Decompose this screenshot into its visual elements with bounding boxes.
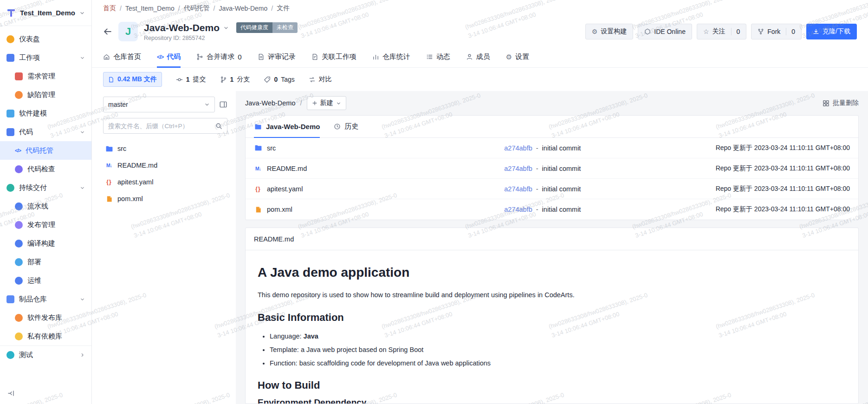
commit-message-link[interactable]: initial commit bbox=[542, 206, 581, 213]
sidebar-collapse-icon[interactable] bbox=[7, 390, 15, 397]
tab-members[interactable]: 成员 bbox=[466, 46, 490, 67]
branch-selector[interactable]: master bbox=[103, 97, 215, 112]
file-commit-cell: a274abfb - initial commit bbox=[504, 144, 708, 152]
breadcrumb-project[interactable]: Test_Item_Demo bbox=[125, 5, 175, 12]
tab-linked-workitems[interactable]: 关联工作项 bbox=[311, 46, 356, 67]
tab-history-view[interactable]: 历史 bbox=[334, 116, 358, 137]
sidebar-item-requirements[interactable]: 需求管理 bbox=[0, 67, 91, 85]
tag-label: Tags bbox=[281, 76, 295, 83]
sidebar-item-label: 持续交付 bbox=[19, 183, 47, 192]
sidebar-item-ops[interactable]: 运维 bbox=[0, 271, 91, 290]
commit-count-stat[interactable]: 1 提交 bbox=[176, 75, 206, 84]
tab-review-records[interactable]: 评审记录 bbox=[258, 46, 296, 67]
commit-hash-link[interactable]: a274abfb bbox=[504, 165, 532, 172]
tree-item-file[interactable]: {} apitest.yaml bbox=[103, 174, 227, 190]
sidebar-item-label: 私有依赖库 bbox=[27, 332, 62, 341]
sidebar-item-defects[interactable]: 缺陷管理 bbox=[0, 85, 91, 104]
back-arrow-icon[interactable] bbox=[103, 27, 112, 36]
fork-button[interactable]: Fork 0 bbox=[751, 24, 802, 39]
commit-hash-link[interactable]: a274abfb bbox=[504, 144, 532, 152]
tree-item-folder[interactable]: src bbox=[103, 140, 227, 157]
sidebar-item-deploy[interactable]: 部署 bbox=[0, 253, 91, 271]
file-name-cell[interactable]: M↓ README.md bbox=[254, 165, 504, 172]
home-icon bbox=[103, 53, 110, 60]
build-settings-button[interactable]: ⚙ 设置构建 bbox=[585, 24, 634, 39]
tab-settings[interactable]: ⚙ 设置 bbox=[506, 46, 529, 67]
tree-item-label: README.md bbox=[117, 162, 157, 169]
tag-count-stat[interactable]: 0 Tags bbox=[264, 76, 294, 83]
chevron-down-icon bbox=[80, 185, 85, 190]
chevron-right-icon bbox=[80, 352, 85, 358]
release-repo-icon bbox=[15, 314, 23, 322]
clone-download-button[interactable]: 克隆/下载 bbox=[806, 24, 857, 39]
tree-item-label: apitest.yaml bbox=[117, 178, 153, 186]
chevron-down-icon[interactable] bbox=[223, 25, 229, 31]
sidebar-item-code-check[interactable]: 代码检查 bbox=[0, 160, 91, 178]
sidebar-item-workitems[interactable]: 工作项 bbox=[0, 48, 91, 67]
breadcrumb-repo[interactable]: Java-Web-Demo bbox=[219, 5, 268, 12]
commit-hash-link[interactable]: a274abfb bbox=[504, 206, 532, 213]
file-row[interactable]: M↓ README.md a274abfb - initial commit R… bbox=[246, 158, 858, 179]
commit-hash-link[interactable]: a274abfb bbox=[504, 185, 532, 193]
file-row[interactable]: pom.xml a274abfb - initial commit Repo 更… bbox=[246, 199, 858, 220]
tab-code[interactable]: </> 代码 bbox=[157, 46, 181, 67]
commit-message-link[interactable]: initial commit bbox=[542, 144, 581, 152]
compare-action[interactable]: 对比 bbox=[309, 75, 332, 84]
tree-item-file[interactable]: pom.xml bbox=[103, 190, 227, 207]
file-name-cell[interactable]: pom.xml bbox=[254, 206, 504, 213]
tab-label: 设置 bbox=[515, 52, 529, 61]
watch-button[interactable]: ☆ 关注 0 bbox=[697, 24, 746, 39]
sidebar-item-code-hosting[interactable]: </> 代码托管 bbox=[0, 141, 91, 160]
file-updated-cell: Repo 更新于 2023-03-24 11:10:11 GMT+08:00 bbox=[716, 144, 850, 152]
sidebar-item-dashboard[interactable]: 仪表盘 bbox=[0, 30, 91, 48]
search-icon[interactable] bbox=[215, 123, 222, 130]
tab-label: 代码 bbox=[167, 52, 181, 61]
tab-activity[interactable]: 动态 bbox=[426, 46, 450, 67]
requirements-icon bbox=[15, 72, 23, 80]
readme-title: A Java demo application bbox=[258, 265, 846, 280]
fork-count[interactable]: 0 bbox=[786, 28, 795, 35]
sidebar-item-testing[interactable]: 测试 bbox=[0, 345, 91, 364]
file-search-input[interactable] bbox=[108, 123, 212, 130]
bulk-delete-button[interactable]: 批量删除 bbox=[823, 99, 859, 107]
merge-request-count: 0 bbox=[238, 53, 241, 61]
file-size-badge[interactable]: 0.42 MB 文件 bbox=[103, 72, 162, 87]
sidebar-item-cd[interactable]: 持续交付 bbox=[0, 178, 91, 197]
new-file-button[interactable]: 新建 bbox=[307, 96, 346, 110]
file-row[interactable]: {} apitest.yaml a274abfb - initial commi… bbox=[246, 179, 858, 199]
file-name-cell[interactable]: {} apitest.yaml bbox=[254, 185, 504, 193]
tab-repo-home[interactable]: 仓库首页 bbox=[103, 46, 141, 67]
readme-card: README.md A Java demo application This d… bbox=[245, 228, 859, 404]
sidebar-item-code[interactable]: 代码 bbox=[0, 123, 91, 141]
tab-files-view[interactable]: Java-Web-Demo bbox=[254, 116, 320, 137]
path-bar: Java-Web-Demo / 新建 批量删除 bbox=[245, 95, 859, 111]
ide-online-button[interactable]: IDE Online bbox=[638, 24, 692, 39]
project-switcher[interactable]: Test_Item_Demo bbox=[0, 0, 91, 26]
path-repo-link[interactable]: Java-Web-Demo bbox=[245, 99, 296, 107]
tab-repo-statistics[interactable]: 仓库统计 bbox=[372, 46, 410, 67]
watch-count[interactable]: 0 bbox=[731, 28, 740, 35]
content-region: master src bbox=[92, 91, 868, 404]
commit-message-link[interactable]: initial commit bbox=[542, 185, 581, 193]
sidebar-item-private-deps[interactable]: 私有依赖库 bbox=[0, 327, 91, 345]
new-file-label: 新建 bbox=[320, 99, 333, 107]
branch-count-stat[interactable]: 1 分支 bbox=[220, 75, 250, 84]
compare-label: 对比 bbox=[319, 75, 332, 84]
file-row[interactable]: src a274abfb - initial commit Repo 更新于 2… bbox=[246, 138, 858, 158]
tab-merge-requests[interactable]: 合并请求 0 bbox=[196, 46, 241, 67]
file-name: apitest.yaml bbox=[267, 185, 303, 193]
sidebar-item-release-repo[interactable]: 软件发布库 bbox=[0, 308, 91, 327]
sidebar-item-build[interactable]: 编译构建 bbox=[0, 234, 91, 253]
commit-message-link[interactable]: initial commit bbox=[542, 165, 581, 172]
breadcrumb-module[interactable]: 代码托管 bbox=[184, 4, 210, 13]
tree-panel-toggle-icon[interactable] bbox=[219, 100, 227, 109]
branch-icon bbox=[220, 76, 227, 83]
breadcrumb-home[interactable]: 首页 bbox=[103, 4, 116, 13]
file-name-cell[interactable]: src bbox=[254, 144, 504, 152]
bullet-value: Java bbox=[304, 332, 318, 340]
sidebar-item-release[interactable]: 发布管理 bbox=[0, 215, 91, 234]
sidebar-item-modeling[interactable]: 软件建模 bbox=[0, 104, 91, 123]
sidebar-item-artifacts[interactable]: 制品仓库 bbox=[0, 290, 91, 308]
tree-item-file[interactable]: M↓ README.md bbox=[103, 157, 227, 174]
sidebar-item-pipeline[interactable]: 流水线 bbox=[0, 197, 91, 215]
